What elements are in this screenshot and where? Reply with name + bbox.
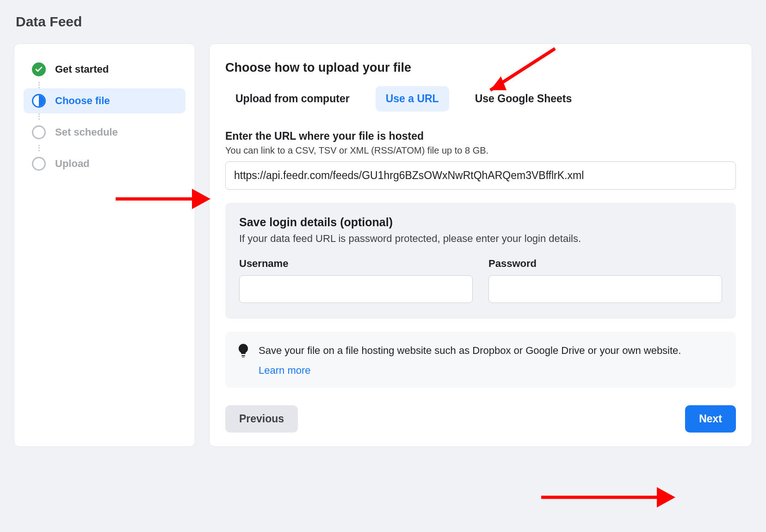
empty-circle-icon bbox=[32, 125, 46, 139]
password-input[interactable] bbox=[488, 275, 722, 303]
empty-circle-icon bbox=[32, 157, 46, 171]
login-details-card: Save login details (optional) If your da… bbox=[225, 203, 736, 319]
section-title: Choose how to upload your file bbox=[225, 61, 736, 75]
previous-button[interactable]: Previous bbox=[225, 405, 298, 433]
login-description: If your data feed URL is password protec… bbox=[239, 233, 722, 245]
step-choose-file[interactable]: Choose file bbox=[24, 88, 185, 113]
tip-text: Save your file on a file hosting website… bbox=[259, 343, 681, 358]
learn-more-link[interactable]: Learn more bbox=[259, 365, 681, 377]
wizard-sidebar: Get started Choose file Set schedule Upl… bbox=[14, 43, 195, 447]
lightbulb-icon bbox=[238, 344, 248, 358]
step-upload[interactable]: Upload bbox=[24, 151, 185, 176]
tab-upload-from-computer[interactable]: Upload from computer bbox=[225, 86, 360, 111]
step-label: Upload bbox=[55, 158, 90, 170]
wizard-nav: Previous Next bbox=[225, 405, 736, 433]
tab-use-a-url[interactable]: Use a URL bbox=[376, 86, 449, 111]
tab-use-google-sheets[interactable]: Use Google Sheets bbox=[465, 86, 582, 111]
svg-marker-5 bbox=[657, 487, 675, 507]
username-input[interactable] bbox=[239, 275, 473, 303]
checkmark-icon bbox=[32, 62, 46, 76]
hosting-tip-card: Save your file on a file hosting website… bbox=[225, 332, 736, 388]
step-set-schedule[interactable]: Set schedule bbox=[24, 120, 185, 145]
step-label: Get started bbox=[55, 63, 109, 75]
upload-method-tabs: Upload from computer Use a URL Use Googl… bbox=[225, 86, 736, 111]
url-field-label: Enter the URL where your file is hosted bbox=[225, 130, 736, 142]
password-label: Password bbox=[488, 258, 722, 270]
step-label: Set schedule bbox=[55, 126, 118, 138]
login-title: Save login details (optional) bbox=[239, 216, 722, 229]
main-panel: Choose how to upload your file Upload fr… bbox=[209, 43, 752, 447]
url-field-hint: You can link to a CSV, TSV or XML (RSS/A… bbox=[225, 145, 736, 156]
step-label: Choose file bbox=[55, 95, 110, 107]
next-button[interactable]: Next bbox=[685, 405, 736, 433]
half-circle-icon bbox=[32, 94, 46, 108]
username-label: Username bbox=[239, 258, 473, 270]
step-get-started[interactable]: Get started bbox=[24, 57, 185, 82]
feed-url-input[interactable] bbox=[225, 161, 736, 190]
page-title: Data Feed bbox=[16, 14, 752, 30]
